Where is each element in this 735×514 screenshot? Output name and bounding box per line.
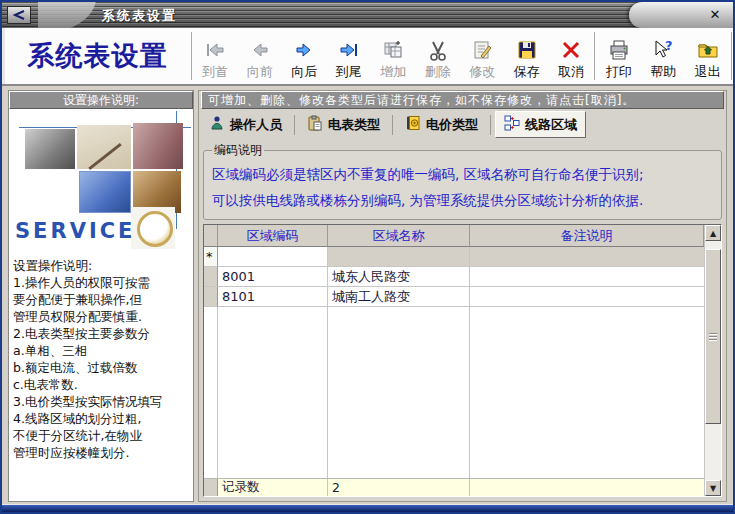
column-header-note[interactable]: 备注说明: [470, 225, 704, 247]
network-diagram-icon: [504, 115, 520, 134]
to-last-button[interactable]: 到尾: [326, 28, 371, 84]
add-icon: [380, 37, 406, 63]
delete-button[interactable]: 删除: [415, 28, 460, 84]
service-collage-image: SERVICE: [11, 111, 191, 251]
tab-line-areas[interactable]: 线路区域: [495, 111, 586, 138]
cell-code[interactable]: 8001: [218, 267, 328, 287]
tab-label: 线路区域: [525, 116, 577, 134]
modify-icon: [469, 37, 495, 63]
code-help-legend: 编码说明: [212, 142, 264, 159]
scrollbar-thumb[interactable]: [705, 249, 721, 424]
scroll-up-button[interactable]: ▲: [705, 225, 721, 241]
code-help-line1: 区域编码必须是辖区内不重复的唯一编码, 区域名称可自行命名便于识别;: [212, 161, 713, 187]
record-count-row: 记录数 2: [204, 478, 704, 496]
row-marker-header: [204, 225, 218, 247]
cell-name[interactable]: 城南工人路变: [328, 287, 470, 307]
to-first-icon: [202, 37, 228, 63]
tab-meter-types[interactable]: 电表类型: [299, 112, 388, 137]
cell-note[interactable]: [470, 287, 704, 307]
vertical-scrollbar[interactable]: ▲ ▼: [704, 225, 721, 496]
save-button[interactable]: 保存: [504, 28, 549, 84]
next-label: 向后: [291, 64, 317, 79]
save-icon: [514, 37, 540, 63]
table-row[interactable]: 8001 城东人民路变: [204, 267, 704, 287]
help-button[interactable]: ? 帮助: [641, 28, 686, 84]
next-button[interactable]: 向后: [282, 28, 327, 84]
scrollbar-track-space[interactable]: [705, 241, 721, 249]
help-icon: ?: [650, 37, 676, 63]
tab-separator: [294, 115, 295, 135]
tab-operators[interactable]: 操作人员: [201, 112, 290, 137]
photo-tile-tools: [25, 129, 75, 169]
tab-label: 操作人员: [230, 116, 282, 134]
table-row[interactable]: 8101 城南工人路变: [204, 287, 704, 307]
clipboard-icon: [307, 115, 323, 134]
to-last-label: 到尾: [336, 64, 362, 79]
photo-tile-watch: [131, 207, 175, 249]
cell-note[interactable]: [470, 267, 704, 287]
toolbar-separator: [731, 32, 732, 80]
window-title: 系统表设置: [102, 7, 177, 25]
new-record-row[interactable]: *: [204, 247, 704, 267]
cancel-icon: [558, 37, 584, 63]
previous-button[interactable]: 向前: [237, 28, 282, 84]
cell-name[interactable]: [328, 247, 470, 267]
code-help-group: 编码说明 区域编码必须是辖区内不重复的唯一编码, 区域名称可自行命名便于识别; …: [203, 142, 722, 220]
exit-button[interactable]: 退出: [685, 28, 730, 84]
to-first-button[interactable]: 到首: [193, 28, 238, 84]
titlebar-decoration: [38, 2, 96, 28]
to-first-label: 到首: [202, 64, 228, 79]
footer-empty: [470, 479, 704, 496]
add-label: 增加: [380, 64, 406, 79]
print-button[interactable]: 打印: [596, 28, 641, 84]
code-help-line2: 可以按供电线路或楼栋分别编码, 为管理系统提供分区域统计分析的依据.: [212, 187, 713, 213]
new-row-marker: *: [204, 247, 218, 267]
content-panel: 可增加、删除、修改各类型后请进行保存，如不保存修改，请点击[取消]。 操作人员 …: [198, 90, 727, 502]
close-button[interactable]: ✕: [706, 6, 724, 23]
modify-label: 修改: [469, 64, 495, 79]
delete-icon: [425, 37, 451, 63]
exit-icon: [695, 37, 721, 63]
cancel-button[interactable]: 取消: [549, 28, 594, 84]
row-marker: [204, 267, 218, 287]
footer-marker: [204, 479, 218, 496]
window-bottom-border: [2, 504, 733, 512]
price-book-icon: [405, 115, 421, 134]
service-text: SERVICE: [15, 219, 135, 243]
cell-name[interactable]: 城东人民路变: [328, 267, 470, 287]
tab-separator: [392, 115, 393, 135]
toolbar-separator: [191, 32, 192, 80]
empty-cell: [470, 307, 704, 478]
tab-strip: 操作人员 电表类型 电价类型: [201, 109, 724, 140]
to-last-icon: [336, 37, 362, 63]
app-logo-icon: [7, 6, 31, 24]
notice-bar: 可增加、删除、修改各类型后请进行保存，如不保存修改，请点击[取消]。: [201, 91, 724, 109]
scrollbar-track[interactable]: [705, 241, 721, 480]
operator-person-icon: [209, 115, 225, 134]
main-area: 设置操作说明: SERVICE 设置操作说明: 1.操作人员的权限可按需 要分配…: [2, 86, 733, 504]
record-count-label: 记录数: [218, 479, 328, 496]
toolbar-separator: [594, 32, 595, 80]
modify-button[interactable]: 修改: [460, 28, 505, 84]
photo-tile-pens: [133, 123, 183, 169]
window-titlebar: 系统表设置 ✕: [2, 2, 733, 28]
cancel-label: 取消: [558, 64, 584, 79]
cell-code[interactable]: 8101: [218, 287, 328, 307]
tab-separator: [490, 115, 491, 135]
table-header-row: 区域编码 区域名称 备注说明: [204, 225, 704, 247]
scroll-down-button[interactable]: ▼: [705, 480, 721, 496]
record-count-value: 2: [328, 479, 470, 496]
cell-note[interactable]: [470, 247, 704, 267]
column-header-name[interactable]: 区域名称: [328, 225, 470, 247]
previous-label: 向前: [247, 64, 273, 79]
column-header-code[interactable]: 区域编码: [218, 225, 328, 247]
tab-label: 电表类型: [328, 116, 380, 134]
save-label: 保存: [514, 64, 540, 79]
tab-price-types[interactable]: 电价类型: [397, 112, 486, 137]
add-button[interactable]: 增加: [371, 28, 416, 84]
next-icon: [291, 37, 317, 63]
print-label: 打印: [606, 64, 632, 79]
toolbar: 系统表设置 到首 向前 向后 到尾: [2, 28, 733, 86]
sidebar-header: 设置操作说明:: [9, 91, 193, 109]
cell-code[interactable]: [218, 247, 328, 267]
